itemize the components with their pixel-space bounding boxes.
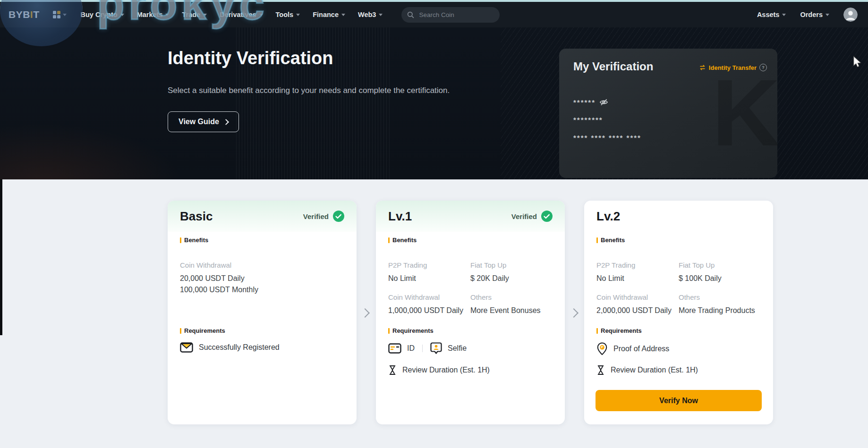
identity-transfer-link[interactable]: Identity Transfer ? — [699, 64, 767, 71]
location-pin-icon: P — [596, 342, 608, 355]
verified-label: Verified — [511, 212, 537, 220]
benefit-item: Coin Withdrawal 1,000,000 USDT Daily — [388, 293, 470, 316]
requirement-label: Selfie — [448, 344, 467, 353]
view-guide-label: View Guide — [179, 118, 219, 126]
benefit-item: Coin Withdrawal 2,000,000 USDT Daily — [596, 293, 679, 316]
chevron-down-icon — [165, 14, 169, 16]
requirements-label: Requirements — [388, 327, 434, 334]
nav-trade[interactable]: Trade — [182, 11, 207, 18]
chevron-down-icon — [341, 14, 345, 16]
review-duration-label: Review Duration (Est. 1H) — [402, 366, 490, 374]
nav-derivatives[interactable]: Derivatives — [220, 11, 263, 18]
card-lv2: Lv.2 Benefits P2P Trading No Limit Fiat … — [584, 201, 773, 424]
main-nav: Buy Crypto Markets Trade Derivatives Too… — [81, 11, 383, 18]
envelope-icon — [180, 342, 193, 353]
benefit-value: No Limit — [596, 273, 679, 284]
chevron-down-icon — [296, 14, 300, 16]
nav-assets[interactable]: Assets — [757, 11, 786, 18]
bybit-identity-verification-page: Identity Verification Select a suitable … — [0, 0, 868, 448]
page-subtitle: Select a suitable benefit according to y… — [168, 86, 450, 95]
search-icon — [407, 11, 414, 18]
chevron-down-icon — [379, 14, 383, 16]
requirement-item: Successfully Registered — [180, 342, 280, 353]
requirement-label: Proof of Address — [613, 345, 669, 353]
masked-number-row: **** **** **** **** — [573, 134, 641, 142]
requirement-label: ID — [407, 344, 415, 353]
nav-finance[interactable]: Finance — [313, 11, 345, 18]
top-navbar: BYBIT Buy Crypto Markets Trade Derivativ… — [0, 2, 868, 27]
card-basic-header: Basic Verified — [168, 201, 357, 232]
kyc-background-glyph: K — [712, 66, 777, 160]
card-basic: Basic Verified Benefits Coin Withdrawal … — [168, 201, 357, 424]
chevron-down-icon — [203, 14, 207, 16]
benefit-value: 1,000,000 USDT Daily — [388, 305, 470, 316]
help-icon[interactable]: ? — [759, 64, 767, 71]
benefit-label: Coin Withdrawal — [388, 293, 470, 301]
profile-avatar[interactable] — [843, 8, 858, 22]
review-duration-row: Review Duration (Est. 1H) — [596, 365, 698, 375]
benefit-label: Coin Withdrawal — [180, 261, 346, 269]
masked-id: ******** — [573, 116, 603, 124]
apps-menu[interactable] — [53, 11, 67, 18]
benefit-value: More Trading Products — [679, 305, 763, 316]
search-box[interactable] — [401, 7, 500, 23]
requirement-item: P Proof of Address — [596, 342, 669, 355]
benefits-list: Coin Withdrawal 20,000 USDT Daily 100,00… — [180, 261, 346, 296]
benefit-value: 20,000 USDT Daily — [180, 273, 346, 284]
chevron-down-icon — [120, 14, 124, 16]
chevron-down-icon — [782, 14, 786, 16]
chevron-down-icon — [825, 14, 829, 16]
eye-off-icon[interactable] — [599, 98, 608, 107]
grid-icon — [53, 11, 60, 18]
verified-badge: Verified — [511, 211, 553, 222]
benefits-grid: P2P Trading No Limit Fiat Top Up $ 100K … — [596, 261, 763, 316]
nav-orders[interactable]: Orders — [800, 11, 829, 18]
view-guide-button[interactable]: View Guide — [168, 111, 239, 132]
transfer-arrows-icon — [699, 65, 706, 70]
requirement-label: Successfully Registered — [199, 343, 280, 352]
bybit-logo[interactable]: BYBIT — [9, 9, 40, 20]
search-input[interactable] — [418, 11, 486, 19]
benefits-label: Benefits — [388, 237, 417, 244]
card-lv2-header: Lv.2 — [584, 201, 773, 232]
navbar-right: Assets Orders — [757, 8, 859, 22]
left-edge-strip — [0, 179, 2, 335]
benefit-label: Others — [470, 293, 554, 301]
card-lv1-title: Lv.1 — [388, 209, 412, 224]
benefit-label: P2P Trading — [596, 261, 679, 269]
page-title: Identity Verification — [168, 48, 333, 68]
nav-buy-crypto[interactable]: Buy Crypto — [81, 11, 124, 18]
requirements-label: Requirements — [596, 327, 642, 334]
chevron-down-icon — [63, 14, 67, 16]
verified-badge: Verified — [303, 211, 344, 222]
benefit-item: Fiat Top Up $ 20K Daily — [470, 261, 554, 284]
benefit-item: Fiat Top Up $ 100K Daily — [679, 261, 763, 284]
requirements-label: Requirements — [180, 327, 225, 334]
requirements-row: Successfully Registered — [180, 342, 280, 353]
benefit-label: Coin Withdrawal — [596, 293, 679, 301]
card-lv1: Lv.1 Verified Benefits P2P Trading No Li… — [376, 201, 565, 424]
nav-tools[interactable]: Tools — [276, 11, 300, 18]
chevron-down-icon — [259, 14, 263, 16]
hero-section: Identity Verification Select a suitable … — [0, 27, 868, 179]
card-lv1-header: Lv.1 Verified — [376, 201, 565, 232]
benefits-label: Benefits — [596, 237, 625, 244]
benefit-item: Coin Withdrawal 20,000 USDT Daily 100,00… — [180, 261, 346, 296]
nav-markets[interactable]: Markets — [137, 11, 170, 18]
chevron-right-icon — [223, 119, 229, 125]
review-duration-row: Review Duration (Est. 1H) — [388, 365, 490, 375]
nav-web3[interactable]: Web3 — [358, 11, 383, 18]
benefit-item: P2P Trading No Limit — [596, 261, 679, 284]
benefit-label: Fiat Top Up — [470, 261, 554, 269]
benefit-value: $ 100K Daily — [679, 273, 763, 284]
id-card-icon — [388, 343, 401, 354]
review-duration-label: Review Duration (Est. 1H) — [611, 366, 698, 374]
selfie-icon — [430, 342, 442, 355]
requirements-row: ID Selfie — [388, 342, 467, 355]
benefits-grid: P2P Trading No Limit Fiat Top Up $ 20K D… — [388, 261, 554, 316]
benefit-item: Others More Trading Products — [679, 293, 763, 316]
benefit-value: 100,000 USDT Monthly — [180, 284, 346, 296]
verification-cards: Basic Verified Benefits Coin Withdrawal … — [168, 201, 773, 424]
verify-now-button[interactable]: Verify Now — [596, 390, 762, 411]
benefits-label: Benefits — [180, 237, 208, 244]
